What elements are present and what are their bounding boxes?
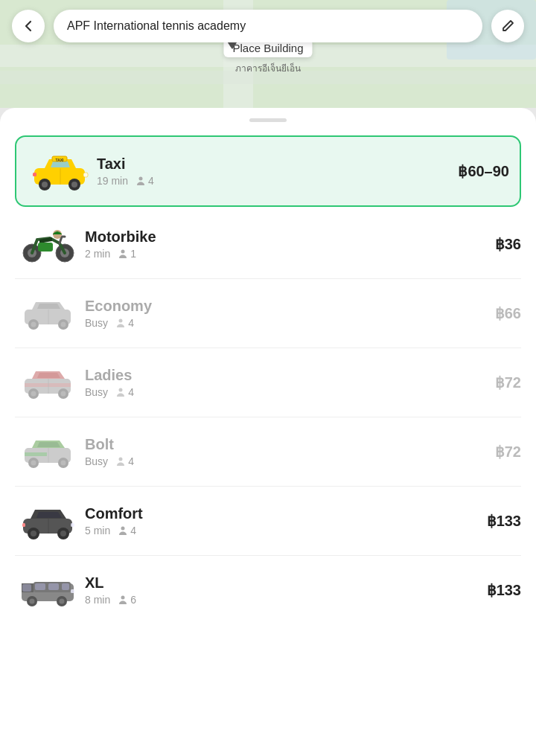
svg-point-41 — [31, 461, 36, 466]
bolt-meta: Busy 4 — [85, 455, 495, 467]
svg-point-26 — [31, 322, 36, 327]
economy-price: ฿66 — [495, 304, 521, 322]
comfort-price: ฿133 — [487, 512, 521, 530]
back-button[interactable] — [12, 10, 45, 42]
economy-capacity: 4 — [115, 317, 134, 329]
person-icon-comfort — [118, 525, 128, 536]
svg-point-30 — [119, 319, 123, 323]
svg-point-65 — [60, 599, 65, 604]
motorbike-price: ฿36 — [495, 235, 521, 253]
xl-price: ฿133 — [487, 581, 521, 599]
svg-rect-14 — [33, 173, 36, 176]
xl-capacity: 6 — [118, 594, 136, 606]
svg-rect-66 — [71, 589, 74, 593]
svg-rect-13 — [83, 173, 88, 177]
person-icon-moto — [118, 249, 128, 259]
xl-time: 8 min — [85, 594, 110, 606]
svg-point-38 — [119, 388, 123, 392]
bottom-sheet: TAXI Taxi 19 min — [0, 108, 536, 756]
svg-point-28 — [61, 322, 66, 327]
svg-point-35 — [61, 391, 66, 397]
svg-text:TAXI: TAXI — [55, 158, 64, 162]
ladies-meta: Busy 4 — [85, 386, 495, 398]
motorbike-name: Motorbike — [85, 228, 495, 246]
economy-vehicle-svg — [19, 295, 78, 332]
svg-rect-59 — [48, 583, 59, 590]
economy-meta: Busy 4 — [85, 317, 495, 329]
xl-vehicle-svg — [19, 571, 78, 609]
ride-item-comfort[interactable]: Comfort 5 min 4 ฿133 — [15, 487, 521, 556]
ride-item-bolt[interactable]: Bolt Busy 4 ฿72 — [15, 417, 521, 487]
xl-name: XL — [85, 574, 487, 592]
ride-options-list: TAXI Taxi 19 min — [0, 135, 536, 624]
taxi-info: Taxi 19 min 4 — [94, 156, 458, 187]
motorbike-icon — [15, 222, 82, 266]
taxi-icon: TAXI — [27, 149, 94, 193]
taxi-capacity: 4 — [135, 175, 154, 187]
comfort-time: 5 min — [85, 525, 110, 536]
svg-point-10 — [71, 182, 77, 188]
svg-point-16 — [139, 177, 143, 181]
bolt-icon — [15, 429, 82, 474]
taxi-vehicle-svg: TAXI — [28, 152, 92, 190]
svg-rect-60 — [62, 583, 69, 590]
economy-icon — [15, 291, 82, 336]
svg-rect-61 — [22, 584, 31, 592]
motorbike-meta: 2 min 1 — [85, 248, 495, 260]
ladies-name: Ladies — [85, 367, 495, 384]
motorbike-info: Motorbike 2 min 1 — [82, 228, 495, 260]
ride-item-motorbike[interactable]: Motorbike 2 min 1 ฿36 — [15, 210, 521, 279]
comfort-vehicle-svg — [19, 502, 78, 539]
destination-title: APF International tennis academy — [67, 19, 246, 33]
ride-item-ladies[interactable]: Ladies Busy 4 ฿72 — [15, 348, 521, 417]
svg-point-33 — [31, 391, 36, 397]
taxi-time: 19 min — [97, 175, 128, 187]
svg-point-67 — [121, 596, 125, 600]
edit-icon — [501, 19, 514, 33]
ladies-vehicle-svg — [19, 364, 78, 401]
svg-point-43 — [61, 461, 66, 466]
svg-point-8 — [42, 182, 48, 188]
xl-icon — [15, 568, 82, 612]
bolt-capacity: 4 — [115, 455, 134, 467]
back-arrow-icon — [21, 19, 36, 33]
ride-item-taxi[interactable]: TAXI Taxi 19 min — [15, 135, 521, 207]
economy-name: Economy — [85, 298, 495, 315]
ride-item-economy[interactable]: Economy Busy 4 ฿66 — [15, 279, 521, 348]
comfort-meta: 5 min 4 — [85, 525, 487, 536]
person-icon — [135, 176, 146, 186]
destination-title-box: APF International tennis academy — [54, 10, 482, 42]
svg-point-23 — [121, 250, 125, 254]
bolt-price: ฿72 — [495, 443, 521, 461]
svg-point-49 — [31, 531, 36, 536]
bolt-name: Bolt — [85, 436, 495, 453]
svg-point-63 — [30, 599, 35, 604]
xl-info: XL 8 min 6 — [82, 574, 487, 606]
map-place-sub: ภาคารอีเจ็นยีเอ็น — [235, 61, 301, 75]
person-icon-ladies — [115, 387, 126, 397]
ladies-status: Busy — [85, 386, 108, 398]
ride-item-xl[interactable]: XL 8 min 6 ฿133 — [15, 556, 521, 624]
motorbike-time: 2 min — [85, 248, 110, 260]
bolt-vehicle-svg — [19, 433, 78, 470]
svg-point-51 — [60, 531, 66, 536]
bolt-info: Bolt Busy 4 — [82, 436, 495, 467]
bolt-status: Busy — [85, 455, 108, 467]
economy-status: Busy — [85, 317, 108, 329]
svg-rect-36 — [25, 383, 71, 387]
edit-button[interactable] — [491, 10, 524, 42]
ladies-info: Ladies Busy 4 — [82, 367, 495, 398]
ladies-capacity: 4 — [115, 386, 134, 398]
comfort-info: Comfort 5 min 4 — [82, 505, 487, 536]
svg-point-55 — [121, 527, 125, 531]
taxi-meta: 19 min 4 — [97, 175, 458, 187]
xl-meta: 8 min 6 — [85, 594, 487, 606]
svg-rect-44 — [25, 452, 47, 456]
motorbike-capacity: 1 — [118, 248, 136, 260]
svg-rect-53 — [22, 523, 25, 527]
svg-rect-52 — [71, 523, 74, 527]
taxi-name: Taxi — [97, 156, 458, 173]
ladies-icon — [15, 360, 82, 405]
svg-rect-58 — [35, 583, 45, 590]
drag-handle[interactable] — [249, 118, 287, 122]
